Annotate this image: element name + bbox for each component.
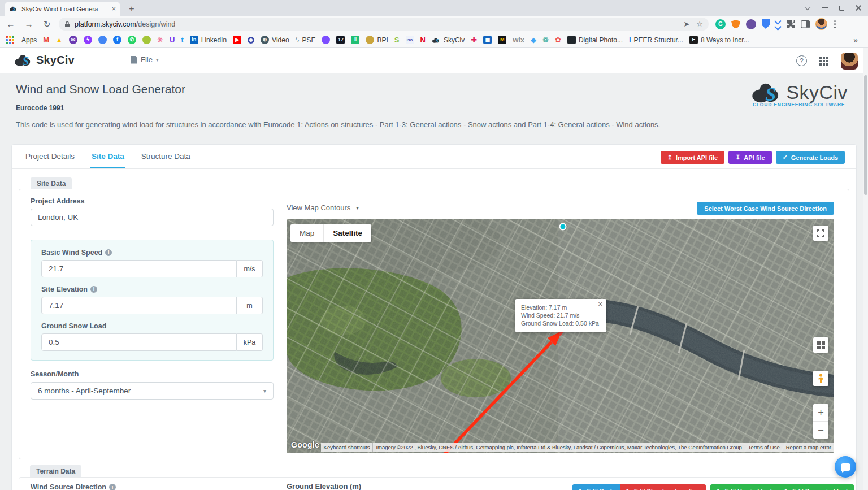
forward-icon[interactable]: → [21, 17, 36, 32]
bookmark-eight-ways[interactable]: E8 Ways to Incr... [689, 36, 749, 44]
info-icon[interactable]: i [105, 249, 112, 256]
bookmark-twitter[interactable]: t [181, 36, 183, 44]
tab-site-data[interactable]: Site Data [90, 145, 125, 168]
bookmark-video-globe[interactable]: ⊕Video [261, 36, 289, 44]
restore-button[interactable] [833, 0, 850, 16]
help-icon[interactable]: ? [796, 55, 807, 66]
address-bar[interactable]: platform.skyciv.com/design/wind ➤ ☆ [59, 18, 709, 31]
tab-project-details[interactable]: Project Details [24, 145, 76, 168]
send-icon[interactable]: ➤ [683, 20, 689, 28]
google-map[interactable]: Map Satellite ✕ Elevation: 7.17 mWind Sp… [287, 219, 834, 453]
puzzle-extensions-icon[interactable] [786, 20, 795, 29]
user-avatar[interactable] [841, 53, 858, 70]
generate-loads-button[interactable]: ✓Generate Loads [776, 151, 845, 164]
bookmark-blue-app[interactable] [98, 36, 107, 44]
bookmark-gmail[interactable]: M [43, 36, 49, 44]
new-tab-button[interactable]: + [125, 3, 138, 15]
bookmark-u-app[interactable]: U [170, 36, 175, 44]
file-menu[interactable]: File ▾ [131, 55, 158, 64]
map-type-map-button[interactable]: Map [290, 224, 323, 242]
map-type-satellite-button[interactable]: Satellite [323, 224, 371, 242]
bookmark-photo-dots[interactable]: ❋ [157, 36, 163, 44]
metamask-extension-icon[interactable] [731, 20, 740, 28]
bookmark-ring-app[interactable] [248, 37, 254, 44]
skyciv-brand[interactable]: S SkyCiv [14, 53, 75, 67]
chat-widget-button[interactable] [835, 456, 856, 478]
purple-extension-icon[interactable] [746, 19, 756, 29]
bookmark-iso-badge[interactable]: ISO [406, 36, 414, 44]
bookmark-google-drive[interactable]: ▲ [55, 36, 63, 44]
bookmark-messenger[interactable]: ϟ [84, 36, 92, 44]
bookmark-teal-app[interactable]: ❁ [542, 36, 549, 44]
chevrons-extension-icon[interactable] [775, 19, 780, 29]
browser-tab[interactable]: S SkyCiv Wind Load Genera × [5, 2, 120, 16]
select-worst-case-button[interactable]: Select Worst Case Wind Source Direction [697, 202, 834, 215]
tooltip-close-icon[interactable]: ✕ [598, 301, 603, 308]
info-icon[interactable]: i [90, 286, 97, 293]
grammarly-extension-icon[interactable]: G [715, 19, 726, 29]
close-window-button[interactable] [850, 0, 867, 16]
edit-peak-button[interactable]: ✎Edit Peak [572, 484, 620, 490]
bookmarks-overflow-icon[interactable]: » [853, 36, 862, 45]
tab-close-icon[interactable]: × [111, 5, 116, 12]
bookmark-mail[interactable]: ✉ [69, 36, 77, 44]
bookmark-linkedin[interactable]: inLinkedIn [190, 36, 227, 44]
bookmark-peer[interactable]: iPEER Structur... [629, 36, 683, 44]
shield-extension-icon[interactable] [762, 19, 770, 29]
attribution-segment[interactable]: Terms of Use [745, 443, 783, 452]
bookmark-android[interactable] [142, 36, 151, 44]
back-icon[interactable]: ← [3, 17, 18, 32]
profile-avatar[interactable] [815, 18, 827, 30]
season-month-select[interactable]: 6 months - April-September ▾ [31, 382, 274, 400]
bookmark-bpi[interactable]: BPI [366, 36, 388, 44]
app-grid-icon[interactable] [819, 57, 828, 66]
bookmark-youtube[interactable]: ▶ [233, 36, 241, 44]
bookmark-green-bars[interactable]: ‖ [351, 36, 359, 44]
zoom-out-button[interactable]: − [813, 422, 828, 439]
bookmark-grid-blue[interactable]: ▦ [483, 36, 492, 44]
attribution-segment[interactable]: Keyboard shortcuts [321, 443, 373, 452]
apps-label[interactable]: Apps [21, 36, 37, 44]
bookmark-whatsapp[interactable]: ✆ [128, 36, 136, 44]
minimize-button[interactable] [816, 0, 833, 16]
bookmark-tradingview[interactable]: 17 [336, 36, 345, 44]
edit-structure-location-button[interactable]: ✎Edit Structure Location [620, 484, 706, 490]
attribution-segment[interactable]: Imagery ©2022 , Bluesky, CNES / Airbus, … [372, 443, 744, 452]
browser-menu-icon[interactable] [834, 20, 836, 28]
api-file-button[interactable]: ↧API file [728, 151, 772, 164]
basic-wind-speed-unit: m/s [237, 260, 263, 277]
tab-search-icon[interactable] [799, 0, 816, 16]
fullscreen-button[interactable] [813, 226, 828, 241]
info-icon[interactable]: i [109, 484, 116, 490]
ground-snow-load-input[interactable] [41, 333, 237, 351]
bookmark-shield-app[interactable] [322, 36, 330, 44]
site-elevation-input[interactable] [41, 297, 237, 314]
bookmark-pse[interactable]: ϟPSE [296, 36, 316, 44]
bookmark-wix[interactable]: wix [513, 36, 524, 44]
bookmark-dark-app[interactable]: M [498, 36, 506, 44]
zoom-in-button[interactable]: + [813, 404, 828, 422]
bookmark-netflix[interactable]: N [420, 36, 426, 44]
project-address-input[interactable] [31, 209, 274, 226]
bookmark-slack[interactable]: ✚ [471, 36, 477, 44]
bookmark-diamond-app[interactable]: ◆ [531, 36, 536, 44]
bookmark-facebook[interactable]: f [113, 36, 121, 44]
edit-downwind-foot-button[interactable]: ✎Edit Downwind foot [778, 484, 854, 490]
apps-grid-icon[interactable] [6, 36, 14, 44]
page-scrollbar[interactable] [863, 48, 868, 490]
pegman-icon[interactable] [813, 371, 828, 386]
tab-structure-data[interactable]: Structure Data [140, 145, 192, 168]
basic-wind-speed-input[interactable] [41, 260, 237, 277]
bookmark-red-flower[interactable]: ✿ [555, 36, 561, 44]
bookmark-digital-photo[interactable]: Digital Photo... [567, 36, 623, 44]
sidebar-icon[interactable] [801, 20, 810, 28]
import-api-file-button[interactable]: ↥Import API file [661, 151, 724, 164]
bookmark-star-icon[interactable]: ☆ [696, 20, 703, 28]
map-tiles-button[interactable] [813, 337, 828, 353]
attribution-segment[interactable]: Report a map error [783, 443, 834, 452]
scrollbar-thumb[interactable] [864, 75, 867, 195]
bookmark-s-app[interactable]: S [394, 36, 400, 44]
edit-upwind-foot-button[interactable]: ✎Edit Upwind foot [710, 484, 778, 490]
bookmark-skyciv[interactable]: SSkyCiv [432, 36, 465, 44]
reload-icon[interactable]: ↻ [40, 17, 54, 32]
